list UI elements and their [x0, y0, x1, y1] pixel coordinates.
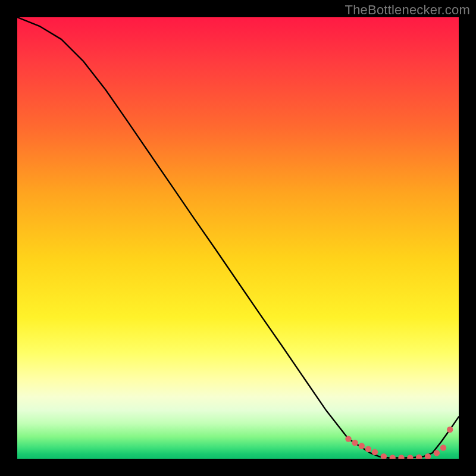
chart-marker-dot: [416, 455, 422, 459]
chart-marker-dot: [345, 436, 351, 441]
chart-marker-dot: [381, 453, 387, 459]
chart-markers: [345, 427, 453, 459]
chart-svg: [17, 17, 459, 459]
chart-marker-dot: [440, 444, 446, 450]
chart-marker-dot: [390, 455, 396, 459]
chart-marker-dot: [434, 450, 440, 456]
chart-marker-dot: [359, 443, 365, 449]
chart-marker-dot: [372, 449, 378, 455]
chart-marker-dot: [365, 446, 371, 452]
watermark-text: TheBottlenecker.com: [345, 2, 470, 18]
chart-marker-dot: [447, 427, 453, 433]
chart-frame: TheBottlenecker.com: [0, 0, 476, 476]
chart-marker-dot: [352, 440, 358, 446]
chart-marker-dot: [407, 455, 413, 459]
chart-marker-dot: [398, 455, 404, 459]
chart-line: [17, 17, 459, 458]
